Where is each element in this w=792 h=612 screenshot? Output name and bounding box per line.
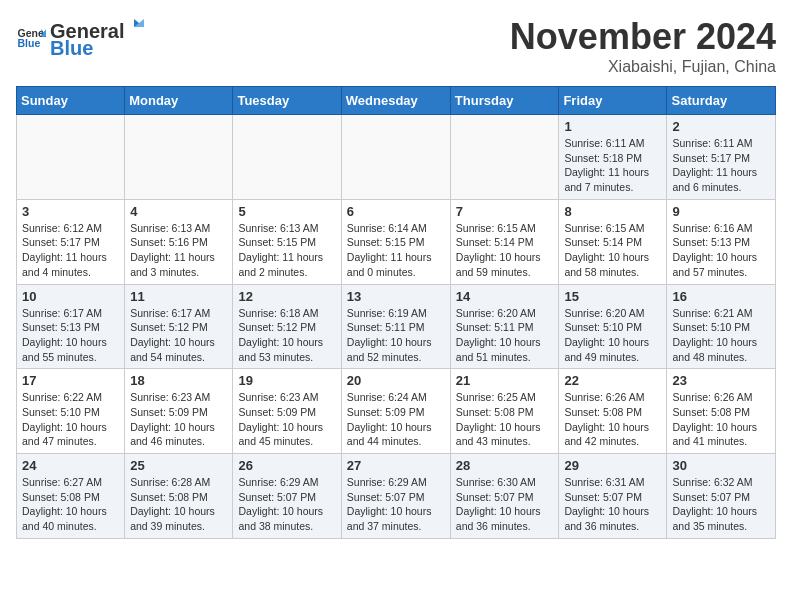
calendar-cell: 10Sunrise: 6:17 AM Sunset: 5:13 PM Dayli… [17,284,125,369]
day-info: Sunrise: 6:14 AM Sunset: 5:15 PM Dayligh… [347,221,445,280]
calendar-cell: 7Sunrise: 6:15 AM Sunset: 5:14 PM Daylig… [450,199,559,284]
calendar-row-0: 1Sunrise: 6:11 AM Sunset: 5:18 PM Daylig… [17,115,776,200]
calendar-cell: 23Sunrise: 6:26 AM Sunset: 5:08 PM Dayli… [667,369,776,454]
day-info: Sunrise: 6:26 AM Sunset: 5:08 PM Dayligh… [672,390,770,449]
calendar-cell: 19Sunrise: 6:23 AM Sunset: 5:09 PM Dayli… [233,369,341,454]
calendar-cell: 3Sunrise: 6:12 AM Sunset: 5:17 PM Daylig… [17,199,125,284]
day-info: Sunrise: 6:23 AM Sunset: 5:09 PM Dayligh… [130,390,227,449]
calendar-cell: 30Sunrise: 6:32 AM Sunset: 5:07 PM Dayli… [667,454,776,539]
day-info: Sunrise: 6:11 AM Sunset: 5:17 PM Dayligh… [672,136,770,195]
calendar-cell: 26Sunrise: 6:29 AM Sunset: 5:07 PM Dayli… [233,454,341,539]
day-number: 13 [347,289,445,304]
calendar-header-row: SundayMondayTuesdayWednesdayThursdayFrid… [17,87,776,115]
day-number: 14 [456,289,554,304]
calendar-cell: 5Sunrise: 6:13 AM Sunset: 5:15 PM Daylig… [233,199,341,284]
calendar-header-thursday: Thursday [450,87,559,115]
calendar-cell [125,115,233,200]
month-title: November 2024 [510,16,776,58]
calendar-cell: 21Sunrise: 6:25 AM Sunset: 5:08 PM Dayli… [450,369,559,454]
calendar-row-4: 24Sunrise: 6:27 AM Sunset: 5:08 PM Dayli… [17,454,776,539]
svg-text:Blue: Blue [18,37,41,49]
day-number: 25 [130,458,227,473]
day-info: Sunrise: 6:23 AM Sunset: 5:09 PM Dayligh… [238,390,335,449]
day-number: 20 [347,373,445,388]
day-info: Sunrise: 6:29 AM Sunset: 5:07 PM Dayligh… [238,475,335,534]
day-number: 2 [672,119,770,134]
calendar-cell: 17Sunrise: 6:22 AM Sunset: 5:10 PM Dayli… [17,369,125,454]
day-info: Sunrise: 6:15 AM Sunset: 5:14 PM Dayligh… [456,221,554,280]
calendar-cell: 25Sunrise: 6:28 AM Sunset: 5:08 PM Dayli… [125,454,233,539]
day-info: Sunrise: 6:16 AM Sunset: 5:13 PM Dayligh… [672,221,770,280]
calendar-cell: 27Sunrise: 6:29 AM Sunset: 5:07 PM Dayli… [341,454,450,539]
calendar-row-1: 3Sunrise: 6:12 AM Sunset: 5:17 PM Daylig… [17,199,776,284]
day-info: Sunrise: 6:30 AM Sunset: 5:07 PM Dayligh… [456,475,554,534]
day-info: Sunrise: 6:21 AM Sunset: 5:10 PM Dayligh… [672,306,770,365]
calendar-cell: 1Sunrise: 6:11 AM Sunset: 5:18 PM Daylig… [559,115,667,200]
day-number: 5 [238,204,335,219]
calendar-row-2: 10Sunrise: 6:17 AM Sunset: 5:13 PM Dayli… [17,284,776,369]
day-number: 19 [238,373,335,388]
day-info: Sunrise: 6:13 AM Sunset: 5:15 PM Dayligh… [238,221,335,280]
day-number: 21 [456,373,554,388]
calendar-table: SundayMondayTuesdayWednesdayThursdayFrid… [16,86,776,539]
day-info: Sunrise: 6:29 AM Sunset: 5:07 PM Dayligh… [347,475,445,534]
calendar-cell: 28Sunrise: 6:30 AM Sunset: 5:07 PM Dayli… [450,454,559,539]
calendar-cell [17,115,125,200]
title-area: November 2024 Xiabaishi, Fujian, China [510,16,776,76]
calendar-header-monday: Monday [125,87,233,115]
day-number: 17 [22,373,119,388]
logo-icon: General Blue [16,23,46,53]
day-info: Sunrise: 6:32 AM Sunset: 5:07 PM Dayligh… [672,475,770,534]
calendar-body: 1Sunrise: 6:11 AM Sunset: 5:18 PM Daylig… [17,115,776,539]
day-info: Sunrise: 6:20 AM Sunset: 5:10 PM Dayligh… [564,306,661,365]
day-info: Sunrise: 6:17 AM Sunset: 5:12 PM Dayligh… [130,306,227,365]
day-number: 12 [238,289,335,304]
day-number: 8 [564,204,661,219]
day-number: 24 [22,458,119,473]
calendar-cell: 9Sunrise: 6:16 AM Sunset: 5:13 PM Daylig… [667,199,776,284]
calendar-cell: 15Sunrise: 6:20 AM Sunset: 5:10 PM Dayli… [559,284,667,369]
day-info: Sunrise: 6:18 AM Sunset: 5:12 PM Dayligh… [238,306,335,365]
calendar-cell: 29Sunrise: 6:31 AM Sunset: 5:07 PM Dayli… [559,454,667,539]
location-subtitle: Xiabaishi, Fujian, China [510,58,776,76]
calendar-cell: 2Sunrise: 6:11 AM Sunset: 5:17 PM Daylig… [667,115,776,200]
day-number: 26 [238,458,335,473]
calendar-cell [450,115,559,200]
day-number: 6 [347,204,445,219]
day-info: Sunrise: 6:13 AM Sunset: 5:16 PM Dayligh… [130,221,227,280]
calendar-header-wednesday: Wednesday [341,87,450,115]
day-info: Sunrise: 6:28 AM Sunset: 5:08 PM Dayligh… [130,475,227,534]
day-info: Sunrise: 6:26 AM Sunset: 5:08 PM Dayligh… [564,390,661,449]
logo-wing-icon [124,16,146,38]
calendar-header-sunday: Sunday [17,87,125,115]
header: General Blue General Blue November 2024 … [16,16,776,76]
day-number: 10 [22,289,119,304]
day-number: 11 [130,289,227,304]
calendar-cell: 4Sunrise: 6:13 AM Sunset: 5:16 PM Daylig… [125,199,233,284]
day-number: 9 [672,204,770,219]
calendar-cell: 13Sunrise: 6:19 AM Sunset: 5:11 PM Dayli… [341,284,450,369]
calendar-cell: 11Sunrise: 6:17 AM Sunset: 5:12 PM Dayli… [125,284,233,369]
day-number: 22 [564,373,661,388]
day-info: Sunrise: 6:20 AM Sunset: 5:11 PM Dayligh… [456,306,554,365]
day-info: Sunrise: 6:27 AM Sunset: 5:08 PM Dayligh… [22,475,119,534]
calendar-cell [233,115,341,200]
day-info: Sunrise: 6:22 AM Sunset: 5:10 PM Dayligh… [22,390,119,449]
day-info: Sunrise: 6:31 AM Sunset: 5:07 PM Dayligh… [564,475,661,534]
day-number: 4 [130,204,227,219]
day-info: Sunrise: 6:25 AM Sunset: 5:08 PM Dayligh… [456,390,554,449]
calendar-header-tuesday: Tuesday [233,87,341,115]
day-info: Sunrise: 6:12 AM Sunset: 5:17 PM Dayligh… [22,221,119,280]
day-number: 7 [456,204,554,219]
day-info: Sunrise: 6:24 AM Sunset: 5:09 PM Dayligh… [347,390,445,449]
calendar-cell: 24Sunrise: 6:27 AM Sunset: 5:08 PM Dayli… [17,454,125,539]
day-number: 16 [672,289,770,304]
calendar-header-friday: Friday [559,87,667,115]
calendar-cell: 8Sunrise: 6:15 AM Sunset: 5:14 PM Daylig… [559,199,667,284]
day-info: Sunrise: 6:15 AM Sunset: 5:14 PM Dayligh… [564,221,661,280]
calendar-cell: 14Sunrise: 6:20 AM Sunset: 5:11 PM Dayli… [450,284,559,369]
day-number: 29 [564,458,661,473]
calendar-header-saturday: Saturday [667,87,776,115]
calendar-cell: 12Sunrise: 6:18 AM Sunset: 5:12 PM Dayli… [233,284,341,369]
day-info: Sunrise: 6:11 AM Sunset: 5:18 PM Dayligh… [564,136,661,195]
